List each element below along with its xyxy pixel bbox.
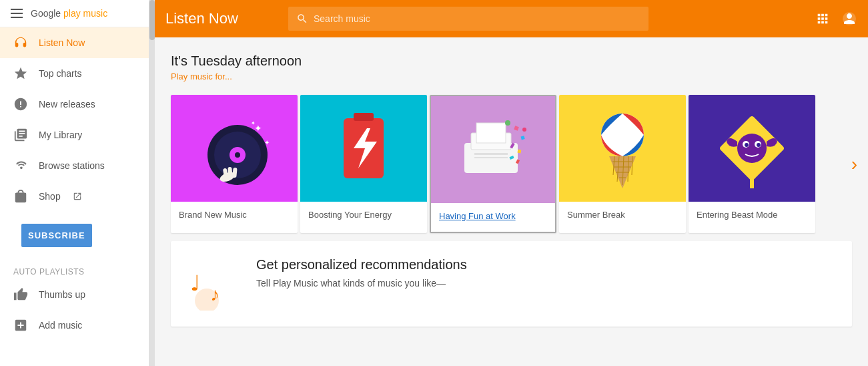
svg-point-29: [619, 132, 626, 138]
svg-rect-13: [354, 113, 374, 121]
account-icon[interactable]: [841, 11, 857, 27]
card-label-boosting: Boosting Your Energy: [300, 202, 427, 230]
sidebar-item-browse-stations[interactable]: Browse stations: [0, 150, 149, 181]
sidebar-label-add-music: Add music: [39, 320, 82, 331]
sidebar-item-add-music[interactable]: Add music: [0, 310, 149, 341]
sidebar-label-top-charts: Top charts: [39, 68, 82, 79]
card-fun-at-work[interactable]: Having Fun at Work: [430, 95, 556, 233]
search-bar[interactable]: [288, 7, 648, 31]
svg-point-27: [505, 120, 510, 126]
main-content: Listen Now It's Tuesday afternoon Play m…: [155, 0, 868, 366]
beast-illustration: [712, 105, 792, 192]
hamburger-icon[interactable]: [11, 9, 23, 18]
header-icons: [815, 11, 857, 27]
add-icon: [13, 318, 28, 333]
sidebar-item-thumbs-up[interactable]: Thumbs up: [0, 279, 149, 310]
sidebar-item-my-library[interactable]: My Library: [0, 120, 149, 150]
search-input[interactable]: [314, 13, 640, 24]
sidebar-label-my-library: My Library: [39, 130, 82, 140]
external-link-icon: [73, 192, 82, 201]
sidebar-label-listen-now: Listen Now: [39, 37, 85, 48]
star-icon: [13, 66, 28, 81]
card-label-summer: Summer Break: [559, 202, 686, 230]
svg-rect-18: [474, 157, 508, 158]
card-image-boosting: [300, 95, 427, 202]
sidebar-nav: Listen Now Top charts New releases: [0, 27, 149, 366]
radio-icon: [13, 158, 28, 173]
svg-point-4: [235, 152, 240, 158]
scrollbar-thumb[interactable]: [149, 0, 155, 40]
cards-row: ✦ ✦ ✦ Brand New Music: [171, 95, 852, 233]
card-label-brand-new: Brand New Music: [171, 202, 298, 230]
sidebar-label-thumbs-up: Thumbs up: [39, 289, 85, 300]
vinyl-illustration: ✦ ✦ ✦: [194, 105, 274, 192]
next-arrow-button[interactable]: ›: [851, 154, 857, 175]
ice-cream-illustration: [589, 105, 656, 192]
subscribe-container: SUBSCRIBE: [0, 212, 149, 259]
subheading[interactable]: Play music for...: [171, 71, 852, 81]
library-icon: [13, 128, 28, 142]
subscribe-button[interactable]: SUBSCRIBE: [21, 224, 92, 247]
sidebar: Google play music Listen Now Top charts: [0, 0, 149, 366]
sidebar-item-new-releases[interactable]: New releases: [0, 89, 149, 120]
card-brand-new-music[interactable]: ✦ ✦ ✦ Brand New Music: [171, 95, 298, 233]
printer-illustration: [451, 106, 538, 193]
music-notes-icon: ♩ ♪: [187, 257, 240, 311]
card-image-brand-new: ✦ ✦ ✦: [171, 95, 298, 202]
card-label-fun-at-work[interactable]: Having Fun at Work: [431, 203, 555, 232]
svg-point-45: [757, 143, 761, 147]
svg-rect-19: [476, 123, 506, 143]
sidebar-scrollbar[interactable]: [149, 0, 155, 366]
sidebar-label-new-releases: New releases: [39, 99, 95, 110]
card-beast-mode[interactable]: Entering Beast Mode: [689, 95, 815, 233]
sidebar-item-shop[interactable]: Shop: [0, 181, 149, 212]
promo-subtext: Tell Play Music what kinds of music you …: [256, 278, 467, 289]
svg-rect-46: [750, 175, 754, 188]
content-area: It's Tuesday afternoon Play music for...…: [155, 37, 868, 366]
card-summer-break[interactable]: Summer Break: [559, 95, 686, 233]
sidebar-item-listen-now[interactable]: Listen Now: [0, 27, 149, 58]
card-label-beast: Entering Beast Mode: [689, 202, 815, 230]
svg-text:✦: ✦: [251, 120, 256, 126]
sidebar-label-shop: Shop: [39, 191, 61, 202]
battery-illustration: [334, 105, 394, 192]
shop-icon: [13, 189, 28, 204]
promo-text: Get personalized recommendations Tell Pl…: [256, 257, 467, 289]
promo-icon: ♩ ♪: [187, 257, 240, 311]
card-image-fun-at-work: [431, 96, 556, 203]
svg-point-26: [522, 128, 526, 132]
svg-text:✦: ✦: [264, 139, 270, 146]
svg-rect-17: [474, 153, 508, 155]
app-title: Google play music: [31, 8, 107, 19]
header-title: Listen Now: [165, 10, 272, 27]
svg-rect-23: [518, 150, 522, 154]
card-image-summer: [559, 95, 686, 202]
card-image-beast: [689, 95, 815, 202]
greeting: It's Tuesday afternoon: [171, 53, 852, 69]
sidebar-top: Google play music: [0, 0, 149, 27]
sidebar-item-top-charts[interactable]: Top charts: [0, 58, 149, 89]
svg-point-44: [745, 143, 749, 147]
thumbs-up-icon: [13, 287, 28, 302]
svg-point-41: [737, 134, 767, 163]
search-icon: [296, 13, 308, 25]
svg-text:♩: ♩: [190, 271, 200, 295]
svg-rect-20: [514, 126, 519, 131]
promo-heading: Get personalized recommendations: [256, 257, 467, 272]
auto-playlists-label: Auto playlists: [0, 259, 149, 279]
grid-icon[interactable]: [815, 11, 831, 27]
headphones-icon: [13, 35, 28, 50]
sidebar-label-browse-stations: Browse stations: [39, 160, 105, 171]
svg-rect-21: [521, 136, 525, 140]
card-boosting-energy[interactable]: Boosting Your Energy: [300, 95, 427, 233]
promo-section: ♩ ♪ Get personalized recommendations Tel…: [171, 241, 852, 327]
header: Listen Now: [155, 0, 868, 37]
exclamation-icon: [13, 97, 28, 112]
